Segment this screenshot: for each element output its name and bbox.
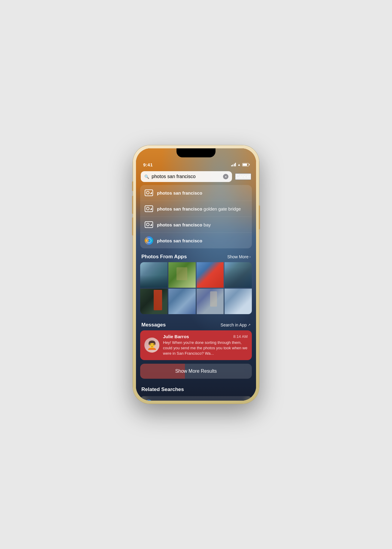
photos-app-icon-3 xyxy=(144,220,153,229)
show-more-button[interactable]: Show More › xyxy=(227,254,251,259)
photo-cell-1[interactable] xyxy=(140,262,167,288)
suggestion-item-2[interactable]: photos san francisco golden gate bridge xyxy=(140,201,252,217)
photo-cell-6[interactable] xyxy=(168,289,196,314)
notch xyxy=(176,148,216,157)
related-search-item-1[interactable]: photos san francisco xyxy=(140,396,252,401)
related-searches-section: Related Searches photos san francisco xyxy=(136,382,256,401)
status-bar: 9:41 ▲ xyxy=(136,160,256,169)
photo-cell-7[interactable] xyxy=(197,289,224,314)
volume-silent-button[interactable] xyxy=(132,181,133,191)
photo-icon-symbol-2 xyxy=(145,205,153,212)
cancel-button[interactable]: Cancel xyxy=(235,173,251,180)
suggestion-item-1[interactable]: photos san francisco xyxy=(140,185,252,201)
photo-cell-8[interactable] xyxy=(225,289,252,314)
suggestion-text-4: photos san francisco xyxy=(157,238,202,243)
related-searches-title: Related Searches xyxy=(141,387,184,393)
photo-cell-5[interactable] xyxy=(140,289,167,314)
search-in-app-icon: ↗ xyxy=(248,323,251,327)
phone-device: 9:41 ▲ 🔍 photos san xyxy=(133,145,259,404)
photos-app-icon-2 xyxy=(144,204,153,213)
search-query-text: photos san francisco xyxy=(152,174,221,179)
show-more-chevron-icon: › xyxy=(249,255,251,259)
photo-cell-4[interactable] xyxy=(225,262,252,288)
photo-icon-symbol-3 xyxy=(145,221,153,228)
search-in-app-button[interactable]: Search in App ↗ xyxy=(221,323,251,327)
photo-grid[interactable] xyxy=(140,262,252,314)
photo-cell-3[interactable] xyxy=(197,262,224,288)
phone-screen-frame: 9:41 ▲ 🔍 photos san xyxy=(136,148,256,401)
suggestion-item-4[interactable]: photos san francisco xyxy=(140,233,252,248)
message-content: Julie Barros 8:14 AM Hey! When you're do… xyxy=(163,334,248,356)
show-more-results-button[interactable]: Show More Results xyxy=(140,364,252,379)
related-searches-header: Related Searches xyxy=(136,382,256,395)
signal-icon xyxy=(231,163,236,166)
safari-icon-symbol xyxy=(145,236,153,245)
message-preview: Hey! When you're done sorting through th… xyxy=(163,340,248,356)
message-sender: Julie Barros xyxy=(163,334,189,339)
related-safari-icon xyxy=(144,400,153,401)
avatar: 🧑‍🦱 xyxy=(144,338,159,353)
status-icons: ▲ xyxy=(231,163,249,166)
screen-content: 9:41 ▲ 🔍 photos san xyxy=(136,148,256,401)
safari-icon-suggestions xyxy=(144,236,153,245)
photo-icon-symbol xyxy=(145,190,153,196)
screen: 9:41 ▲ 🔍 photos san xyxy=(136,148,256,401)
message-time: 8:14 AM xyxy=(233,334,248,339)
suggestion-text-3: photos san francisco bay xyxy=(157,222,211,227)
suggestion-text-1: photos san francisco xyxy=(157,190,202,196)
photo-cell-2[interactable] xyxy=(168,262,196,288)
suggestions-list: photos san francisco photos san francisc… xyxy=(140,185,252,248)
suggestion-text-2: photos san francisco golden gate bridge xyxy=(157,206,241,211)
search-clear-button[interactable]: × xyxy=(223,174,228,179)
power-button[interactable] xyxy=(259,205,260,229)
search-icon: 🔍 xyxy=(144,174,149,179)
battery-icon xyxy=(242,163,249,166)
show-more-results-label: Show More Results xyxy=(175,369,217,374)
messages-section: Messages Search in App ↗ 🧑‍🦱 Julie Barro… xyxy=(136,318,256,360)
suggestion-item-3[interactable]: photos san francisco bay xyxy=(140,217,252,233)
wifi-icon: ▲ xyxy=(237,163,241,166)
volume-up-button[interactable] xyxy=(132,196,133,214)
search-bar-container: 🔍 photos san francisco × Cancel xyxy=(136,169,256,184)
message-card[interactable]: 🧑‍🦱 Julie Barros 8:14 AM Hey! When you'r… xyxy=(140,330,252,360)
volume-down-button[interactable] xyxy=(132,217,133,235)
messages-section-title: Messages xyxy=(141,322,166,328)
battery-fill xyxy=(243,164,247,166)
photos-section-header: Photos From Apps Show More › xyxy=(136,250,256,262)
messages-section-header: Messages Search in App ↗ xyxy=(136,318,256,330)
photos-section-title: Photos From Apps xyxy=(141,254,187,260)
search-bar[interactable]: 🔍 photos san francisco × xyxy=(141,171,232,182)
status-time: 9:41 xyxy=(143,162,153,167)
photos-app-icon xyxy=(144,188,153,197)
message-header: Julie Barros 8:14 AM xyxy=(163,334,248,339)
